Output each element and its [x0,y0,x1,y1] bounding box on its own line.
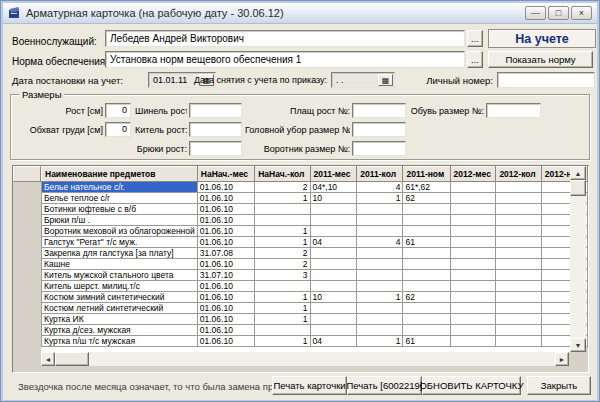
table-cell [450,226,496,237]
table-cell [403,270,450,281]
scroll-down-icon[interactable]: ▼ [570,338,586,352]
asterisk-note: Звездочка после месяца означает, то что … [18,381,314,392]
size-field-input[interactable] [189,103,242,118]
norm-field[interactable]: Установка норм вещевого обеспечения 1 [105,51,465,68]
table-cell [357,270,403,281]
table-row[interactable]: Куртка ИК01.06.101 [42,314,588,325]
print-card-button[interactable]: Печать карточки [272,376,347,395]
table-cell: Воротник меховой из облагороженной [42,226,198,237]
size-field-input[interactable]: 0 [105,122,131,137]
close-icon[interactable]: × [571,6,592,20]
table-row[interactable]: Кашне01.06.102 [42,259,588,270]
scroll-left-icon[interactable]: ◄ [41,352,55,366]
table-row[interactable]: Брюки п/ш .01.06.10 [42,215,588,226]
size-field-label: Брюки рост: [135,144,187,154]
table-cell [403,226,450,237]
table-cell [450,303,496,314]
table-row[interactable]: Китель мужской стального цвета31.07.103 [42,270,588,281]
size-field-input[interactable] [189,141,242,156]
table-row[interactable]: Закрепка для галстука [за плату]31.07.08… [42,248,588,259]
column-header[interactable]: 2011-кол [357,167,403,182]
column-header[interactable]: НаНач.-кол [255,167,310,182]
size-field-label: Обувь размер №: [410,106,484,116]
table-cell [357,281,403,292]
column-header[interactable]: 2012-мес [450,167,496,182]
table-row[interactable]: Куртка п/ш т/с мужская01.06.10104161 [42,336,588,347]
table-row[interactable]: Костюм зимний синтетический01.06.1011016… [42,292,588,303]
column-header[interactable]: НаНач.-мес [197,167,254,182]
horizontal-scrollbar[interactable]: ◄ ► [41,352,569,366]
scroll-up-icon[interactable]: ▲ [570,166,586,180]
size-field-input[interactable] [352,122,406,137]
table-cell: 10 [310,193,357,204]
table-row[interactable]: Китель шерст. милиц.т/с01.06.10 [42,281,588,292]
maximize-icon[interactable]: □ [548,6,569,20]
table-row[interactable]: Воротник меховой из облагороженной01.06.… [42,226,588,237]
table-header-row: Наименование предметовНаНач.-месНаНач.-к… [42,167,588,182]
table-cell [496,259,541,270]
minimize-icon[interactable]: — [525,6,546,20]
update-card-button[interactable]: ОБНОВИТЬ КАРТОЧКУ [422,376,521,395]
table-cell [450,182,496,193]
table-cell: 2 [255,259,310,270]
table-cell [496,314,541,325]
vertical-scrollbar[interactable]: ▲ ▼ [570,166,586,352]
removal-date-field[interactable]: . . ▦ [331,72,395,88]
table-cell [450,237,496,248]
soldier-browse-button[interactable]: ... [467,30,483,47]
print-number-button[interactable]: Печать [6002219] [347,376,422,395]
column-header[interactable]: 2012-кол [496,167,541,182]
table-cell [357,204,403,215]
table-row[interactable]: Ботинки юфтевые с в/б01.06.10 [42,204,588,215]
size-field-input[interactable] [189,122,242,137]
table-cell [357,325,403,336]
table-cell: 01.06.10 [197,226,254,237]
table-cell: 01.06.10 [197,336,254,347]
horizontal-scroll-thumb[interactable] [55,352,89,366]
table-cell [255,281,310,292]
size-field-input[interactable]: 0 [105,103,131,118]
personal-number-label: Личный номер: [423,75,493,86]
grid-indicator-header [13,166,41,182]
column-header[interactable]: 2011-мес [310,167,357,182]
size-field-input[interactable] [352,103,406,118]
size-field-input[interactable] [486,103,541,118]
soldier-field[interactable]: Лебедев Андрей Викторович [105,30,465,47]
table-cell: 61*,62 [403,182,450,193]
table-cell [310,314,357,325]
table-cell: Кашне [42,259,198,270]
table-cell: 01.06.10 [197,259,254,270]
table-row[interactable]: Белье нательное с/г.01.06.10204*,10461*,… [42,182,588,193]
table-cell: 3 [255,270,310,281]
close-button[interactable]: Закрыть [527,376,591,395]
size-field-label: Плащ рост №: [245,106,350,116]
scroll-right-icon[interactable]: ► [555,352,569,366]
table-cell: 1 [255,303,310,314]
table-row[interactable]: Галстук "Регат" т/с муж.01.06.10104461 [42,237,588,248]
table-cell: 01.06.10 [197,303,254,314]
reg-date-value: 01.01.11 [153,75,187,85]
status-badge: На учете [488,29,596,48]
table-cell: 2 [255,248,310,259]
calendar-icon[interactable]: ▦ [378,74,393,86]
personal-number-field[interactable] [497,72,595,88]
grid-indicator-column [13,182,42,352]
table-cell [403,204,450,215]
table-row[interactable]: Костюм летний синтетический01.06.101 [42,303,588,314]
table-cell: 4 [357,237,403,248]
table-cell [403,303,450,314]
column-header[interactable]: 2011-ном [403,167,450,182]
table-cell: 1 [255,226,310,237]
title-bar[interactable]: Арматурная карточка (на рабочую дату - 3… [3,3,597,23]
column-header[interactable]: Наименование предметов [42,167,198,182]
table-row[interactable]: Куртка д/сез. мужская01.06.10 [42,325,588,336]
table-cell [496,248,541,259]
show-norm-button[interactable]: Показать норму [488,51,593,68]
items-grid: Наименование предметовНаНач.-месНаНач.-к… [12,165,589,373]
table-cell: 1 [357,193,403,204]
norm-browse-button[interactable]: ... [467,51,483,68]
table-row[interactable]: Белье теплое с/г01.06.10110162 [42,193,588,204]
vertical-scroll-thumb[interactable] [570,180,586,196]
table-cell [357,226,403,237]
size-field-input[interactable] [352,141,406,156]
